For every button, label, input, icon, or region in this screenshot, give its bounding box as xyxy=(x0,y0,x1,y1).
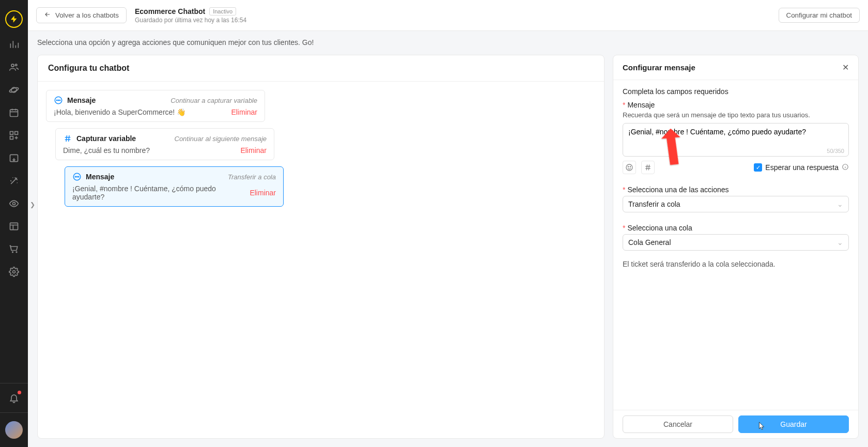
back-button[interactable]: Volver a los chatbots xyxy=(36,7,127,23)
node-delete-link[interactable]: Eliminar xyxy=(231,108,257,116)
panel-title: Configurar mensaje xyxy=(623,63,695,72)
collapse-chevron-icon[interactable]: ❯ xyxy=(28,199,37,210)
svg-rect-5 xyxy=(10,132,13,135)
flow-node-message[interactable]: Mensaje Continuar a capturar variable ¡H… xyxy=(46,90,265,122)
logo-bolt-icon[interactable] xyxy=(5,10,23,28)
action-value: Transferir a cola xyxy=(628,200,680,208)
node-text: Dime, ¿cuál es tu nombre? xyxy=(63,146,150,155)
queue-select[interactable]: Cola General ⌄ xyxy=(623,234,849,251)
node-type: Capturar variable xyxy=(76,134,136,143)
save-label: Guardar xyxy=(780,420,807,428)
message-textarea[interactable] xyxy=(628,128,843,150)
apps-icon[interactable] xyxy=(8,129,20,142)
variable-hash-icon[interactable] xyxy=(641,161,655,174)
svg-rect-6 xyxy=(15,132,18,135)
svg-point-9 xyxy=(13,203,16,205)
config-panel: Configurar mensaje ✕ Completa los campos… xyxy=(613,55,859,439)
users-icon[interactable] xyxy=(8,61,20,73)
archive-icon[interactable] xyxy=(8,152,20,164)
cursor-icon xyxy=(758,421,766,430)
cancel-button[interactable]: Cancelar xyxy=(623,415,733,433)
flow-card-title: Configura tu chatbot xyxy=(38,55,604,82)
message-icon xyxy=(72,172,82,181)
wait-response-label: Esperar una respuesta xyxy=(765,163,839,172)
svg-point-18 xyxy=(76,176,78,177)
instruction-text: Selecciona una opción y agrega acciones … xyxy=(28,31,868,47)
svg-point-17 xyxy=(75,176,76,177)
node-action: Continuar a capturar variable xyxy=(171,97,257,104)
node-type: Mensaje xyxy=(67,96,96,104)
required-note: Completa los campos requeridos xyxy=(623,87,849,96)
back-label: Volver a los chatbots xyxy=(55,11,119,19)
svg-rect-7 xyxy=(10,136,13,140)
eye-icon[interactable] xyxy=(8,197,20,210)
svg-point-0 xyxy=(11,64,14,67)
sidebar xyxy=(0,0,28,447)
node-action: Continuar al siguiente mensaje xyxy=(175,135,267,143)
gear-icon[interactable] xyxy=(8,266,20,278)
wait-response-checkbox[interactable]: ✓ xyxy=(754,163,762,172)
svg-point-11 xyxy=(13,271,16,273)
saved-subtitle: Guardado por última vez hoy a las 16:54 xyxy=(135,17,246,24)
chevron-down-icon: ⌄ xyxy=(837,200,843,208)
svg-rect-4 xyxy=(10,110,18,116)
flow-node-capture[interactable]: Capturar variable Continuar al siguiente… xyxy=(55,128,274,160)
page-title: Ecommerce Chatbot xyxy=(135,7,205,16)
message-textarea-wrap: 50/350 xyxy=(623,123,849,157)
queue-label: *Selecciona una cola xyxy=(623,224,849,232)
analytics-icon[interactable] xyxy=(8,38,20,51)
node-type: Mensaje xyxy=(86,173,114,181)
topbar: Volver a los chatbots Ecommerce Chatbot … xyxy=(28,0,868,31)
svg-point-1 xyxy=(16,64,17,66)
svg-point-21 xyxy=(628,166,628,167)
title-block: Ecommerce Chatbot Inactivo Guardado por … xyxy=(135,7,246,24)
queue-value: Cola General xyxy=(628,238,671,246)
action-select[interactable]: Transferir a cola ⌄ xyxy=(623,196,849,212)
chevron-down-icon: ⌄ xyxy=(837,238,843,246)
cart-icon[interactable] xyxy=(8,243,20,255)
emoji-icon[interactable] xyxy=(623,161,636,174)
info-icon[interactable] xyxy=(842,163,849,172)
svg-point-15 xyxy=(59,100,60,101)
layout-icon[interactable] xyxy=(8,220,20,233)
svg-point-3 xyxy=(9,87,19,94)
transfer-note: El ticket será transferido a la cola sel… xyxy=(623,260,849,268)
bell-icon[interactable] xyxy=(8,392,20,404)
flow-area: Mensaje Continuar a capturar variable ¡H… xyxy=(38,82,604,221)
svg-point-22 xyxy=(630,166,630,167)
node-delete-link[interactable]: Eliminar xyxy=(250,189,276,197)
node-text: ¡Genial, #nombre ! Cuéntame, ¿cómo puedo… xyxy=(72,184,250,201)
magic-icon[interactable] xyxy=(8,175,20,187)
close-icon[interactable]: ✕ xyxy=(842,63,849,72)
message-help: Recuerda que será un mensaje de tipo tex… xyxy=(623,111,849,119)
save-button[interactable]: Guardar xyxy=(738,415,849,433)
node-delete-link[interactable]: Eliminar xyxy=(240,146,267,155)
node-text: ¡Hola, bienvenido a SuperCommerce! 👋 xyxy=(54,108,185,116)
svg-point-13 xyxy=(56,100,57,101)
node-action: Transferir a cola xyxy=(228,173,276,181)
main: Volver a los chatbots Ecommerce Chatbot … xyxy=(28,0,868,447)
configure-chatbot-button[interactable]: Configurar mi chatbot xyxy=(779,8,860,23)
flow-node-message-selected[interactable]: Mensaje Transferir a cola ¡Genial, #nomb… xyxy=(65,166,284,207)
planet-icon[interactable] xyxy=(8,84,20,96)
svg-point-14 xyxy=(58,100,59,101)
message-icon xyxy=(54,96,63,105)
char-counter: 50/350 xyxy=(827,148,844,154)
message-label: *Mensaje xyxy=(623,101,849,109)
svg-rect-10 xyxy=(10,223,18,229)
calendar-icon[interactable] xyxy=(8,106,20,119)
flow-card: Configura tu chatbot Mensaje Continuar a… xyxy=(37,55,605,439)
notification-dot xyxy=(18,391,21,394)
hash-icon xyxy=(63,134,72,143)
avatar[interactable] xyxy=(5,421,23,439)
svg-point-19 xyxy=(78,176,79,177)
action-label: *Selecciona una de las acciones xyxy=(623,186,849,194)
svg-point-20 xyxy=(626,164,632,171)
status-badge: Inactivo xyxy=(209,7,236,16)
arrow-left-icon xyxy=(44,11,51,20)
